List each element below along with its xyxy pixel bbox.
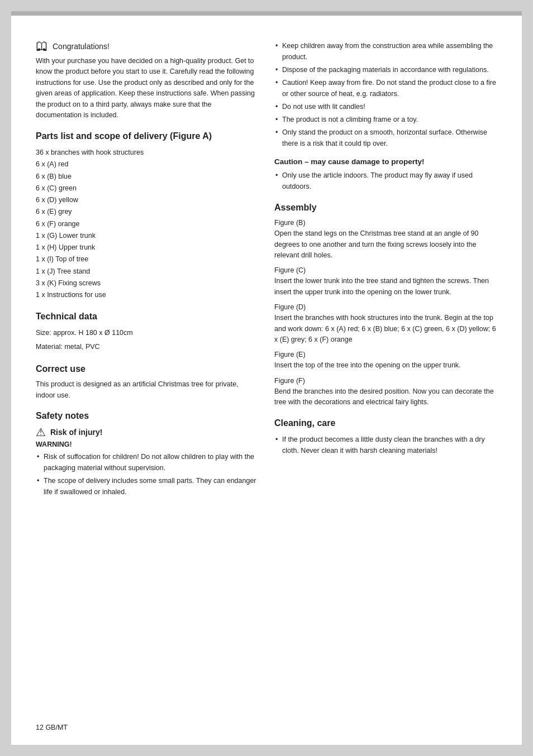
list-item: 1 x (H) Upper trunk xyxy=(36,242,259,253)
left-column: 🕮 Congratulations! With your purchase yo… xyxy=(36,40,259,499)
list-item: Dispose of the packaging materials in ac… xyxy=(274,64,497,75)
risk-label: Risk of injury! xyxy=(50,428,102,437)
risk-row: ⚠ Risk of injury! xyxy=(36,425,259,439)
page: 🕮 Congratulations! With your purchase yo… xyxy=(11,11,522,745)
figure-e-label: Figure (E) xyxy=(274,351,497,358)
cleaning-bullets: If the product becomes a little dusty cl… xyxy=(274,434,497,456)
top-bar xyxy=(11,11,522,16)
list-item: 6 x (A) red xyxy=(36,159,259,170)
list-item: 1 x (J) Tree stand xyxy=(36,266,259,277)
list-item: The scope of delivery includes some smal… xyxy=(36,475,259,497)
parts-list: 36 x branches with hook structures 6 x (… xyxy=(36,147,259,301)
list-item: 6 x (C) green xyxy=(36,183,259,194)
list-item: 6 x (F) orange xyxy=(36,218,259,230)
figure-d-text: Insert the branches with hook structures… xyxy=(274,313,497,345)
list-item: Only stand the product on a smooth, hori… xyxy=(274,127,497,149)
list-item: 1 x (G) Lower trunk xyxy=(36,230,259,242)
safety-heading: Safety notes xyxy=(36,411,259,421)
figure-b-text: Open the stand legs on the Christmas tre… xyxy=(274,228,497,261)
warning-triangle-icon: ⚠ xyxy=(36,425,46,439)
book-icon: 🕮 xyxy=(36,40,48,52)
intro-body: With your purchase you have decided on a… xyxy=(36,56,259,121)
list-item: If the product becomes a little dusty cl… xyxy=(274,434,497,456)
cleaning-heading: Cleaning, care xyxy=(274,418,497,429)
technical-heading: Technical data xyxy=(36,311,259,323)
tech-line-0: Size: approx. H 180 x Ø 110cm xyxy=(36,327,259,339)
figure-c-text: Insert the lower trunk into the tree sta… xyxy=(274,276,497,298)
figure-d-label: Figure (D) xyxy=(274,303,497,311)
list-item: The product is not a climbing frame or a… xyxy=(274,114,497,125)
right-column: Keep children away from the construction… xyxy=(274,40,497,499)
list-item: 6 x (D) yellow xyxy=(36,194,259,206)
correct-use-body: This product is designed as an artificia… xyxy=(36,379,259,401)
list-item: Keep children away from the construction… xyxy=(274,40,497,63)
list-item: 1 x (I) Top of tree xyxy=(36,253,259,265)
figure-b-label: Figure (B) xyxy=(274,219,497,227)
correct-use-heading: Correct use xyxy=(36,363,259,375)
figure-e-text: Insert the top of the tree into the open… xyxy=(274,360,497,371)
list-item: 1 x Instructions for use xyxy=(36,289,259,301)
safety-bullets: Risk of suffocation for children! Do not… xyxy=(36,451,259,497)
list-item: Only use the article indoors. The produc… xyxy=(274,170,497,192)
figure-c-label: Figure (C) xyxy=(274,266,497,274)
intro-header: 🕮 Congratulations! xyxy=(36,40,259,52)
right-bullets-top: Keep children away from the construction… xyxy=(274,40,497,149)
figure-f-text: Bend the branches into the desired posit… xyxy=(274,386,497,408)
parts-heading: Parts list and scope of delivery (Figure… xyxy=(36,131,259,142)
page-footer: 12 GB/MT xyxy=(36,724,68,731)
tech-line-1: Material: metal, PVC xyxy=(36,341,259,353)
list-item: Risk of suffocation for children! Do not… xyxy=(36,451,259,473)
intro-title: Congratulations! xyxy=(53,42,110,51)
assembly-heading: Assembly xyxy=(274,202,497,214)
caution-bullets: Only use the article indoors. The produc… xyxy=(274,170,497,192)
list-item: Caution! Keep away from fire. Do not sta… xyxy=(274,77,497,99)
assembly-figures: Figure (B) Open the stand legs on the Ch… xyxy=(274,219,497,408)
list-item: 6 x (B) blue xyxy=(36,171,259,183)
list-item: 6 x (E) grey xyxy=(36,206,259,218)
cleaning-section: Cleaning, care If the product becomes a … xyxy=(274,418,497,456)
warning-label: WARNING! xyxy=(36,441,259,448)
figure-f-label: Figure (F) xyxy=(274,377,497,385)
caution-heading: Caution – may cause damage to property! xyxy=(274,157,497,167)
list-item: 3 x (K) Fixing screws xyxy=(36,277,259,289)
list-item: 36 x branches with hook structures xyxy=(36,147,259,159)
list-item: Do not use with lit candles! xyxy=(274,101,497,112)
